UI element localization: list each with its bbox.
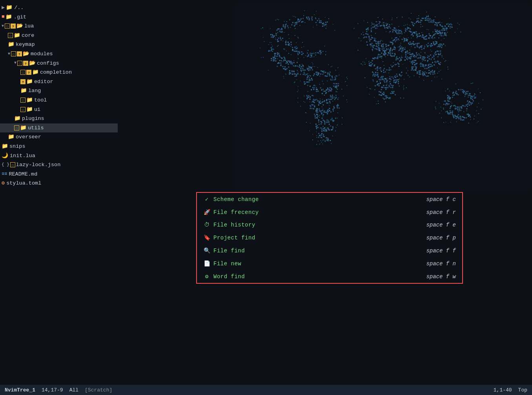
status-cursor: 1,1-40 bbox=[494, 387, 512, 393]
tree-item-label: utils bbox=[28, 124, 44, 132]
box-icon: □ bbox=[20, 98, 26, 103]
tree-item-label: README.md bbox=[9, 170, 37, 179]
question-icon: ? bbox=[23, 61, 28, 66]
tree-item-lang[interactable]: 📁 lang bbox=[0, 86, 118, 96]
file-history-label: File history bbox=[213, 222, 255, 228]
file-frecency-icon: 🚀 bbox=[203, 209, 210, 216]
menu-item-file-new[interactable]: 📄 File new space f n bbox=[197, 257, 462, 270]
tree-item-label: /.. bbox=[14, 4, 24, 12]
file-new-label: File new bbox=[213, 261, 241, 267]
scheme-change-label: Scheme change bbox=[213, 196, 259, 203]
box-icon: □ bbox=[14, 125, 19, 130]
tree-item-modules[interactable]: ▼ □ ? 📂 modules bbox=[0, 49, 118, 59]
tree-item-snips[interactable]: 📁 snips bbox=[0, 142, 118, 151]
tree-item-label: editor bbox=[34, 78, 53, 86]
tree-item-ui[interactable]: □ 📁 ui bbox=[0, 105, 118, 114]
menu-item-scheme-change[interactable]: ✓ Scheme change space f c bbox=[197, 193, 462, 206]
status-mode: NvimTree_1 bbox=[5, 387, 35, 393]
file-frecency-label: File frecency bbox=[213, 209, 259, 216]
project-find-icon: 🔖 bbox=[203, 234, 210, 241]
box-icon: □ bbox=[20, 70, 26, 75]
tree-item-stylua[interactable]: ⚙ stylua.toml bbox=[0, 179, 118, 188]
file-find-label: File find bbox=[213, 248, 245, 254]
scheme-change-icon: ✓ bbox=[203, 196, 210, 203]
file-new-icon: 📄 bbox=[203, 260, 210, 267]
tree-item-keymap[interactable]: 📁 keymap bbox=[0, 40, 118, 49]
tree-item-utils[interactable]: □ 📁 utils bbox=[0, 123, 118, 133]
menu-item-file-history[interactable]: ⏱ File history space f e bbox=[197, 219, 462, 231]
file-history-icon: ⏱ bbox=[203, 222, 210, 228]
tree-item-label: keymap bbox=[16, 40, 35, 49]
tree-item-label: lazy-lock.json bbox=[16, 161, 60, 169]
tree-item-label: modules bbox=[31, 50, 53, 58]
tree-item-tool[interactable]: □ 📁 tool bbox=[0, 96, 118, 105]
file-tree[interactable]: ▶ 📁 /.. ■ 📁 .git ▼ □ ? 📂 lua □ 📁 core bbox=[0, 0, 118, 385]
status-scroll: All bbox=[69, 387, 78, 393]
project-find-label: Project find bbox=[213, 235, 255, 241]
box-icon: □ bbox=[17, 61, 22, 66]
tree-item-label: stylua.toml bbox=[6, 179, 41, 188]
tree-item-label: completion bbox=[40, 68, 72, 77]
tree-item-overseer[interactable]: 📁 overseer bbox=[0, 132, 118, 142]
tree-item-lazy-lock[interactable]: { } □ lazy-lock.json bbox=[0, 160, 118, 170]
file-history-shortcut: space f e bbox=[426, 222, 456, 228]
tree-item-configs[interactable]: ▼ □ ? 📂 configs bbox=[0, 59, 118, 68]
status-bar: NvimTree_1 14,17-9 All [Scratch] 1,1-40 … bbox=[0, 385, 532, 395]
tree-item-label: core bbox=[22, 31, 34, 40]
word-find-shortcut: space f w bbox=[426, 274, 456, 280]
tree-item-label: .git bbox=[14, 13, 26, 22]
question-icon: ? bbox=[20, 79, 26, 84]
status-position: 14,17-9 bbox=[42, 387, 63, 393]
tree-item-readme[interactable]: ≡≡ README.md bbox=[0, 170, 118, 179]
tree-item-label: plugins bbox=[22, 114, 44, 123]
tree-item-plugins[interactable]: 📁 plugins bbox=[0, 114, 118, 123]
tree-item-label: snips bbox=[9, 142, 26, 151]
tree-item-label: init.lua bbox=[10, 152, 35, 160]
menu-item-word-find[interactable]: ⚙ Word find space f w bbox=[197, 270, 462, 283]
command-menu: ✓ Scheme change space f c 🚀 File frecenc… bbox=[196, 192, 463, 284]
parent-folder-icon: ▶ 📁 bbox=[2, 4, 13, 12]
status-scrollpct: Top bbox=[518, 387, 527, 393]
tree-item-git[interactable]: ■ 📁 .git bbox=[0, 13, 118, 22]
tree-item-label: lang bbox=[28, 87, 41, 95]
box-icon: □ bbox=[10, 162, 15, 167]
tree-item-init-lua[interactable]: 🌙 init.lua bbox=[0, 151, 118, 161]
question-icon: ? bbox=[26, 70, 31, 75]
tree-item-parent[interactable]: ▶ 📁 /.. bbox=[0, 3, 118, 13]
content-area: ✓ Scheme change space f c 🚀 File frecenc… bbox=[118, 0, 532, 385]
file-new-shortcut: space f n bbox=[426, 261, 456, 267]
menu-item-file-find[interactable]: 🔍 File find space f f bbox=[197, 244, 462, 257]
scheme-change-shortcut: space f c bbox=[426, 196, 456, 203]
file-frecency-shortcut: space f r bbox=[426, 209, 456, 216]
tree-item-label: overseer bbox=[16, 133, 41, 141]
world-map-canvas bbox=[234, 0, 532, 192]
question-icon: ? bbox=[11, 24, 16, 29]
tree-item-label: lua bbox=[24, 22, 34, 31]
box-icon: □ bbox=[11, 51, 16, 56]
tree-item-label: configs bbox=[37, 59, 59, 68]
box-icon: □ bbox=[5, 24, 10, 29]
tree-item-completion[interactable]: □ ? 📁 completion bbox=[0, 68, 118, 77]
box-icon: □ bbox=[20, 107, 26, 112]
menu-border: ✓ Scheme change space f c 🚀 File frecenc… bbox=[196, 192, 463, 284]
word-find-icon: ⚙ bbox=[203, 273, 210, 280]
status-file: [Scratch] bbox=[85, 387, 112, 393]
tree-item-core[interactable]: □ 📁 core bbox=[0, 31, 118, 40]
project-find-shortcut: space f p bbox=[426, 235, 456, 241]
box-icon: □ bbox=[8, 33, 13, 38]
tree-item-editor[interactable]: ? 📁 editor bbox=[0, 77, 118, 87]
menu-item-file-frecency[interactable]: 🚀 File frecency space f r bbox=[197, 206, 462, 219]
question-icon: ? bbox=[17, 51, 22, 56]
tree-item-label: ui bbox=[34, 105, 40, 114]
git-folder-icon: ■ 📁 bbox=[2, 13, 12, 22]
file-find-shortcut: space f f bbox=[426, 248, 456, 254]
tree-item-label: tool bbox=[34, 96, 47, 105]
word-find-label: Word find bbox=[213, 274, 245, 280]
menu-item-project-find[interactable]: 🔖 Project find space f p bbox=[197, 231, 462, 244]
file-find-icon: 🔍 bbox=[203, 247, 210, 254]
tree-item-lua[interactable]: ▼ □ ? 📂 lua bbox=[0, 22, 118, 31]
